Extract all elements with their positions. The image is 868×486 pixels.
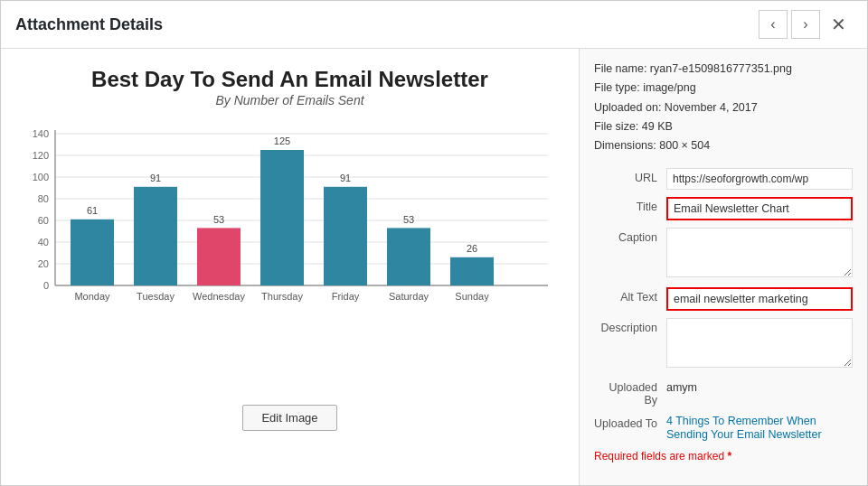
bar-sunday — [450, 257, 494, 285]
alt-text-row: Alt Text — [594, 287, 853, 311]
alt-text-field-wrapper — [666, 287, 853, 311]
svg-text:0: 0 — [42, 280, 48, 291]
caption-textarea[interactable] — [666, 228, 853, 277]
file-type-value: image/png — [643, 81, 695, 94]
file-name-label: File name: — [594, 62, 646, 75]
url-field-wrapper — [666, 168, 853, 190]
file-type-label: File type: — [594, 81, 640, 94]
svg-text:140: 140 — [32, 128, 48, 139]
alt-text-label: Alt Text — [594, 287, 666, 304]
required-note: Required fields are marked * — [594, 450, 853, 463]
required-asterisk: * — [727, 450, 731, 463]
svg-text:Sunday: Sunday — [455, 291, 489, 302]
svg-text:Wednesday: Wednesday — [193, 291, 245, 302]
svg-text:60: 60 — [37, 215, 48, 226]
uploaded-by-row: Uploaded By amym — [594, 378, 853, 407]
svg-text:Tuesday: Tuesday — [137, 291, 175, 302]
title-field-wrapper — [666, 197, 853, 220]
uploaded-to-link-wrapper: 4 Things To Remember When Sending Your E… — [666, 414, 853, 441]
svg-text:125: 125 — [273, 136, 289, 146]
svg-text:Monday: Monday — [74, 291, 110, 302]
bar-tuesday — [134, 187, 177, 285]
title-label: Title — [594, 197, 666, 213]
url-row: URL — [594, 168, 853, 190]
close-button[interactable]: ✕ — [824, 10, 853, 39]
svg-text:Saturday: Saturday — [388, 291, 429, 302]
uploaded-to-label: Uploaded To — [594, 414, 666, 430]
bar-wednesday — [197, 228, 241, 285]
bar-thursday — [260, 150, 304, 285]
details-panel: File name: ryan7-e1509816777351.png File… — [580, 49, 867, 485]
svg-text:61: 61 — [86, 205, 97, 216]
svg-text:20: 20 — [37, 258, 48, 269]
svg-text:91: 91 — [149, 173, 160, 183]
title-input[interactable] — [666, 197, 853, 220]
url-label: URL — [594, 168, 666, 184]
dimensions-label: Dimensions: — [594, 139, 656, 152]
svg-text:53: 53 — [212, 214, 223, 225]
description-row: Description — [594, 318, 853, 370]
uploaded-by-value: amym — [666, 378, 853, 397]
uploaded-on-value: November 4, 2017 — [665, 101, 758, 114]
alt-text-input[interactable] — [666, 287, 853, 311]
bar-chart-area: 140 120 100 80 60 40 20 0 — [24, 121, 557, 392]
description-field-wrapper — [666, 318, 853, 370]
uploaded-to-row: Uploaded To 4 Things To Remember When Se… — [594, 414, 853, 441]
bar-friday — [324, 187, 367, 285]
dimensions-value: 800 × 504 — [659, 139, 710, 152]
chart-panel: Best Day To Send An Email Newsletter By … — [1, 49, 580, 485]
title-row: Title — [594, 197, 853, 220]
url-input[interactable] — [666, 168, 853, 190]
svg-text:80: 80 — [37, 193, 48, 204]
description-textarea[interactable] — [666, 318, 853, 368]
attachment-details-modal: Attachment Details ‹ › ✕ Best Day To Sen… — [0, 0, 868, 486]
chart-subtitle: By Number of Emails Sent — [215, 93, 363, 107]
caption-row: Caption — [594, 228, 853, 280]
uploaded-to-link[interactable]: 4 Things To Remember When Sending Your E… — [666, 415, 822, 441]
uploaded-on-label: Uploaded on: — [594, 101, 661, 114]
bar-monday — [71, 220, 114, 285]
svg-text:100: 100 — [32, 172, 48, 182]
bar-chart-svg: 140 120 100 80 60 40 20 0 — [24, 121, 557, 392]
edit-image-button[interactable]: Edit Image — [242, 405, 336, 431]
caption-field-wrapper — [666, 228, 853, 280]
svg-text:40: 40 — [37, 237, 48, 248]
next-button[interactable]: › — [791, 10, 820, 39]
svg-text:53: 53 — [402, 214, 413, 225]
file-info: File name: ryan7-e1509816777351.png File… — [594, 60, 853, 155]
file-name-value: ryan7-e1509816777351.png — [650, 62, 792, 75]
description-label: Description — [594, 318, 666, 334]
svg-text:Thursday: Thursday — [261, 291, 303, 302]
modal-header: Attachment Details ‹ › ✕ — [1, 1, 867, 49]
bar-saturday — [387, 228, 430, 285]
chart-title: Best Day To Send An Email Newsletter — [91, 67, 488, 93]
modal-navigation: ‹ › ✕ — [759, 10, 853, 39]
modal-title: Attachment Details — [15, 15, 163, 34]
prev-button[interactable]: ‹ — [759, 10, 788, 39]
svg-text:91: 91 — [339, 173, 350, 183]
svg-text:120: 120 — [32, 150, 48, 161]
uploaded-by-label: Uploaded By — [594, 378, 666, 407]
svg-text:Friday: Friday — [331, 291, 359, 302]
caption-label: Caption — [594, 228, 666, 244]
svg-text:26: 26 — [466, 243, 476, 254]
modal-body: Best Day To Send An Email Newsletter By … — [1, 49, 867, 485]
file-size-label: File size: — [594, 120, 638, 133]
file-size-value: 49 KB — [642, 120, 673, 133]
